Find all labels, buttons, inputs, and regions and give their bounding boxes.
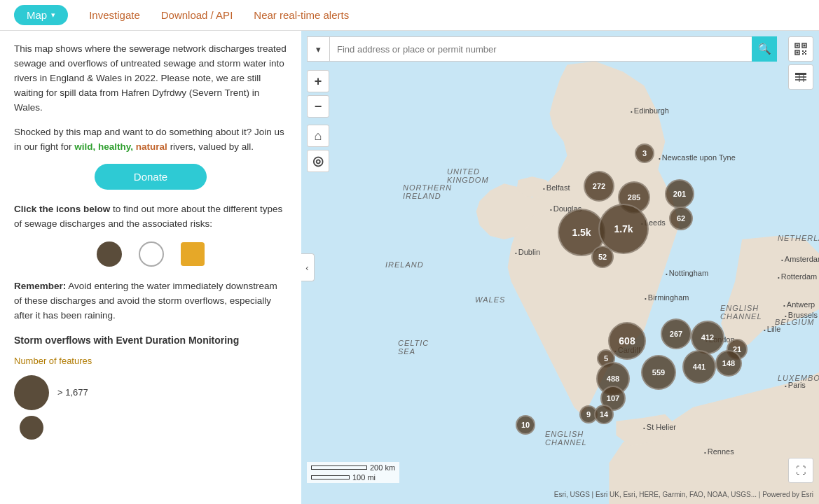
click-icons-bold: Click the icons below	[14, 204, 110, 214]
qr-code-button[interactable]	[788, 36, 813, 62]
storm-section: Storm overflows with Event Duration Moni…	[14, 333, 287, 440]
cluster-bubble-c13[interactable]: 148	[715, 350, 742, 377]
storm-title: Storm overflows with Event Duration Moni…	[14, 333, 287, 349]
map-toolbar-left: + − ⌂ ◎	[307, 70, 329, 172]
main-layout: This map shows where the sewerage networ…	[0, 31, 819, 504]
scale-bar-inner: 200 km 100 mi	[311, 463, 395, 482]
qr-icon	[794, 42, 808, 56]
collapse-sidebar-button[interactable]: ‹	[301, 253, 315, 281]
search-bar: ▾ 🔍	[307, 36, 777, 62]
sidebar: This map shows where the sewerage networ…	[0, 31, 301, 504]
cta-wild: wild,	[74, 141, 95, 152]
svg-rect-8	[805, 50, 806, 52]
search-expand-button[interactable]: ▾	[307, 36, 329, 62]
cluster-bubble-c20[interactable]: 14	[594, 405, 614, 424]
svg-rect-6	[797, 52, 799, 54]
cluster-bubble-c2[interactable]: 272	[584, 171, 614, 202]
cta-text: Shocked by this map and want to do somet…	[14, 125, 287, 155]
svg-rect-4	[804, 45, 806, 47]
storm-label: Number of features	[14, 354, 287, 368]
scale-100mi-label: 100 mi	[352, 473, 376, 482]
map-button-label: Map	[27, 9, 47, 21]
donate-button[interactable]: Donate	[95, 164, 207, 190]
search-button[interactable]: 🔍	[752, 36, 777, 62]
cta-suffix: rivers, valued by all.	[170, 141, 254, 152]
dark-circle-icon[interactable]	[97, 241, 122, 267]
top-navigation: Map ▾ Investigate Download / API Near re…	[0, 0, 819, 31]
svg-rect-10	[805, 53, 806, 55]
cluster-bubble-c1[interactable]: 3	[635, 144, 654, 163]
svg-rect-11	[804, 52, 805, 53]
cluster-bubble-c21[interactable]: 10	[516, 415, 535, 435]
scale-200km-label: 200 km	[370, 463, 395, 472]
legend-item-large: > 1,677	[14, 375, 287, 410]
map-expand-button[interactable]: ⛶	[788, 458, 813, 483]
map-container[interactable]: SCOTLAND UNITEDKINGDOM NORTHERNIRELAND I…	[301, 31, 819, 504]
cluster-bubble-c14[interactable]: 441	[682, 350, 716, 384]
map-attribution: Esri, USGS | Esri UK, Esri, HERE, Garmin…	[554, 491, 813, 498]
cluster-bubble-c7[interactable]: 62	[669, 206, 693, 230]
svg-rect-9	[802, 53, 804, 55]
click-icons-text: Click the icons below to find out more a…	[14, 202, 287, 232]
remember-bold: Remember:	[14, 281, 66, 291]
remember-text: Remember: Avoid entering the water immed…	[14, 279, 287, 323]
locate-button[interactable]: ◎	[307, 150, 329, 172]
cta-healthy: healthy,	[98, 141, 133, 152]
cluster-bubble-c17[interactable]: 559	[641, 355, 676, 390]
home-button[interactable]: ⌂	[307, 125, 329, 147]
table-icon	[794, 70, 808, 84]
table-view-button[interactable]	[788, 64, 813, 90]
map-button[interactable]: Map ▾	[14, 5, 68, 25]
svg-rect-7	[802, 50, 804, 52]
light-circle-icon[interactable]	[139, 241, 164, 267]
legend-circle-large	[14, 375, 49, 410]
legend-circle-medium	[20, 416, 43, 440]
alerts-link[interactable]: Near real-time alerts	[254, 9, 349, 21]
cluster-bubble-c9[interactable]: 267	[661, 318, 691, 349]
chevron-down-icon: ▾	[51, 10, 55, 20]
svg-rect-14	[795, 79, 806, 80]
square-icon[interactable]	[181, 242, 205, 266]
cluster-bubble-c11[interactable]: 412	[691, 321, 724, 354]
download-link[interactable]: Download / API	[161, 9, 233, 21]
svg-rect-13	[795, 76, 806, 78]
legend-large-text: > 1,677	[57, 386, 88, 400]
svg-rect-12	[795, 73, 806, 75]
legend-item-medium	[14, 416, 287, 440]
zoom-out-button[interactable]: −	[307, 95, 329, 118]
scale-line-100mi	[311, 475, 350, 479]
map-toolbar-right	[788, 36, 813, 90]
svg-rect-2	[797, 45, 799, 47]
description-text: This map shows where the sewerage networ…	[14, 42, 287, 115]
scale-line-200km	[311, 465, 367, 470]
search-input[interactable]	[329, 36, 752, 62]
icon-row	[14, 241, 287, 267]
cluster-bubble-c8[interactable]: 52	[591, 246, 614, 268]
investigate-link[interactable]: Investigate	[89, 9, 140, 21]
cta-natural: natural	[136, 141, 167, 152]
cluster-bubble-c4[interactable]: 201	[665, 179, 694, 209]
zoom-in-button[interactable]: +	[307, 70, 329, 92]
scale-bar: 200 km 100 mi	[307, 462, 399, 483]
